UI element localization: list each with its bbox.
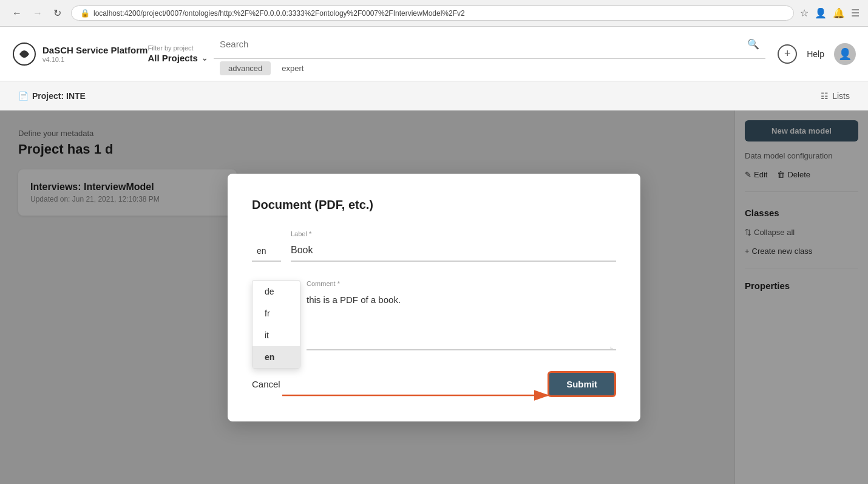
logo-icon bbox=[12, 42, 36, 66]
search-options: advanced expert bbox=[214, 59, 765, 78]
address-bar[interactable]: 🔒 localhost:4200/project/0007/ontologies… bbox=[71, 5, 794, 21]
filter-label: Filter by project bbox=[147, 44, 208, 52]
comment-textarea[interactable]: this is a PDF of a book. bbox=[307, 290, 616, 350]
menu-icon[interactable]: ☰ bbox=[851, 7, 860, 19]
label-field-group: Label * bbox=[291, 230, 616, 262]
modal-footer: Cancel Submit bbox=[252, 371, 616, 397]
label-form-row: en de fr it Label * bbox=[252, 230, 616, 262]
reload-button[interactable]: ↻ bbox=[50, 6, 65, 20]
search-input[interactable] bbox=[220, 39, 742, 49]
add-button[interactable]: + bbox=[778, 44, 797, 64]
lang-option-it[interactable]: it bbox=[253, 324, 300, 346]
search-area: 🔍 advanced expert bbox=[214, 30, 765, 78]
label-input[interactable] bbox=[291, 240, 616, 262]
profile-icon[interactable]: 👤 bbox=[815, 7, 827, 19]
search-bar: 🔍 bbox=[214, 30, 765, 59]
logo-version: v4.10.1 bbox=[42, 56, 147, 63]
forward-button[interactable]: → bbox=[29, 7, 46, 20]
comment-group: Comment * this is a PDF of a book. ⌞ bbox=[307, 280, 616, 353]
lang-option-de[interactable]: de bbox=[253, 281, 300, 302]
chevron-down-icon: ⌄ bbox=[202, 54, 208, 63]
browser-chrome: ← → ↻ 🔒 localhost:4200/project/0007/onto… bbox=[0, 0, 868, 27]
search-icon: 🔍 bbox=[747, 38, 759, 50]
modal-title: Document (PDF, etc.) bbox=[252, 198, 616, 212]
list-icon: ☷ bbox=[821, 91, 829, 101]
lang-option-en[interactable]: en bbox=[253, 346, 300, 368]
app-header: DaSCH Service Platform v4.10.1 Filter by… bbox=[0, 27, 868, 81]
header-right: + Help 👤 bbox=[778, 43, 856, 65]
modal-overlay: Document (PDF, etc.) en de fr it Label * bbox=[0, 111, 868, 484]
lang-option-fr[interactable]: fr bbox=[253, 302, 300, 324]
lang-select-container: en de fr it bbox=[252, 241, 281, 262]
filter-select[interactable]: All Projects ⌄ bbox=[147, 53, 208, 63]
logo-area: DaSCH Service Platform v4.10.1 bbox=[12, 42, 147, 66]
sub-nav-lists[interactable]: ☷ Lists bbox=[821, 91, 850, 101]
modal: Document (PDF, etc.) en de fr it Label * bbox=[228, 174, 640, 421]
security-icon: 🔒 bbox=[80, 9, 90, 18]
label-field-label: Label * bbox=[291, 230, 616, 237]
lang-dropdown: de fr it en bbox=[252, 280, 300, 369]
sub-nav-project-label: Project: INTE bbox=[32, 91, 86, 101]
filter-area: Filter by project All Projects ⌄ bbox=[147, 44, 208, 63]
cancel-button[interactable]: Cancel bbox=[252, 379, 280, 389]
comment-field-label: Comment * bbox=[307, 280, 616, 287]
sub-header: 📄 Project: INTE ☷ Lists bbox=[0, 81, 868, 111]
lang-select[interactable]: en de fr it bbox=[252, 241, 281, 262]
comment-section: de fr it en Comment * this is a PDF of a… bbox=[252, 280, 616, 353]
submit-button[interactable]: Submit bbox=[548, 371, 616, 397]
sub-nav-project[interactable]: 📄 Project: INTE bbox=[18, 91, 86, 101]
nav-buttons: ← → ↻ bbox=[8, 6, 65, 20]
bookmark-icon[interactable]: ☆ bbox=[800, 7, 809, 19]
filter-value: All Projects bbox=[147, 53, 198, 63]
search-advanced-button[interactable]: advanced bbox=[220, 61, 271, 75]
back-button[interactable]: ← bbox=[8, 7, 25, 20]
browser-actions: ☆ 👤 🔔 ☰ bbox=[800, 7, 860, 19]
main-content: Define your metadata Project has 1 d Int… bbox=[0, 111, 868, 484]
logo-name: DaSCH Service Platform bbox=[42, 45, 147, 56]
sub-nav-lists-label: Lists bbox=[832, 91, 850, 101]
document-icon: 📄 bbox=[18, 91, 29, 101]
search-expert-button[interactable]: expert bbox=[273, 61, 312, 75]
resize-handle: ⌞ bbox=[610, 342, 614, 350]
url-text: localhost:4200/project/0007/ontologies/h… bbox=[93, 9, 465, 18]
help-button[interactable]: Help bbox=[807, 49, 824, 59]
notification-icon[interactable]: 🔔 bbox=[833, 7, 845, 19]
avatar[interactable]: 👤 bbox=[834, 43, 856, 65]
